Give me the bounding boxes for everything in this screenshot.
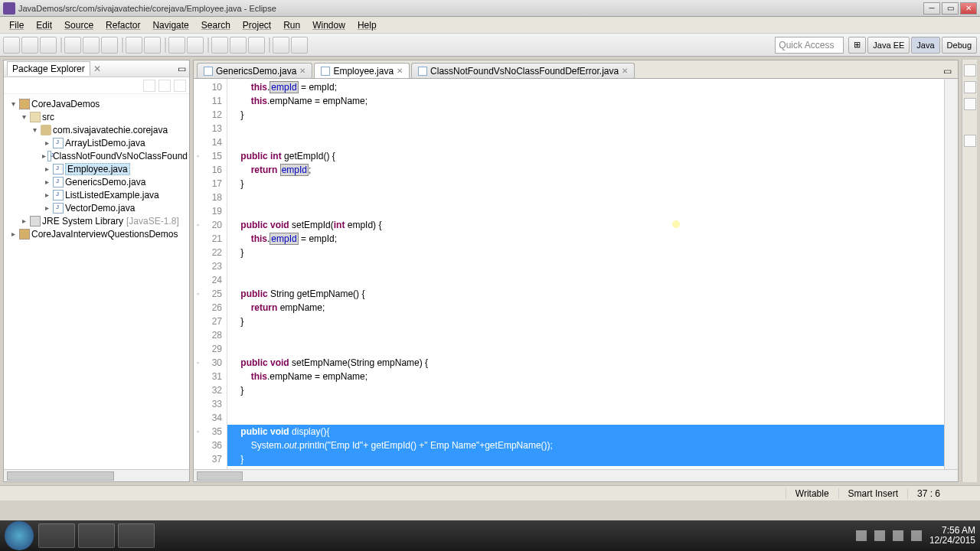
- windows-taskbar[interactable]: 7:56 AM12/24/2015: [0, 520, 980, 551]
- close-view-icon[interactable]: ✕: [93, 64, 101, 74]
- tree-project-2[interactable]: ▸CoreJavaInterviewQuestionsDemos: [5, 227, 188, 240]
- tree-file[interactable]: ▸GenericsDemo.java: [5, 175, 188, 188]
- tree-jre[interactable]: ▸JRE System Library[JavaSE-1.8]: [5, 214, 188, 227]
- menu-window[interactable]: Window: [306, 18, 351, 32]
- new-package-button[interactable]: [126, 37, 142, 54]
- package-tree[interactable]: ▾CoreJavaDemos ▾src ▾com.sivajavatechie.…: [4, 94, 189, 469]
- main-toolbar: Quick Access ⊞ Java EE Java Debug: [0, 34, 980, 57]
- tree-project[interactable]: ▾CoreJavaDemos: [5, 97, 188, 110]
- close-tab-icon[interactable]: ✕: [622, 67, 628, 75]
- forward-button[interactable]: [291, 37, 308, 54]
- prev-annotation-button[interactable]: [248, 37, 265, 54]
- status-writable: Writable: [786, 488, 838, 499]
- quick-access-input[interactable]: Quick Access: [775, 37, 844, 54]
- minimize-button[interactable]: ─: [923, 2, 940, 15]
- tree-src[interactable]: ▾src: [5, 110, 188, 123]
- menu-project[interactable]: Project: [237, 18, 277, 32]
- pkg-hscroll[interactable]: [4, 469, 189, 481]
- open-perspective-button[interactable]: ⊞: [848, 37, 866, 54]
- task-list-icon[interactable]: [964, 81, 976, 93]
- editor-tab[interactable]: GenericsDemo.java✕: [197, 63, 312, 78]
- tray-network-icon[interactable]: [893, 530, 903, 541]
- tree-file[interactable]: ▸Employee.java: [5, 162, 188, 175]
- collapse-all-icon[interactable]: [143, 80, 155, 92]
- tree-file[interactable]: ▸VectorDemo.java: [5, 201, 188, 214]
- maximize-button[interactable]: ▭: [942, 2, 959, 15]
- outline-view-icon[interactable]: [964, 64, 976, 77]
- menu-navigate[interactable]: Navigate: [146, 18, 194, 32]
- perspective-debug[interactable]: Debug: [942, 37, 977, 54]
- run-button[interactable]: [83, 37, 100, 54]
- editor-panel: GenericsDemo.java✕Employee.java✕ClassNot…: [193, 60, 959, 482]
- eclipse-icon: [3, 2, 15, 15]
- start-button[interactable]: [5, 521, 34, 550]
- editor-tab[interactable]: Employee.java✕: [314, 63, 410, 78]
- new-class-button[interactable]: [144, 37, 161, 54]
- tree-file[interactable]: ▸ClassNotFoundVsNoClassFound: [5, 149, 188, 162]
- problems-view-icon[interactable]: [964, 98, 976, 110]
- menu-refactor[interactable]: Refactor: [100, 18, 146, 32]
- save-button[interactable]: [21, 37, 38, 54]
- close-tab-icon[interactable]: ✕: [397, 67, 403, 75]
- menu-source[interactable]: Source: [58, 18, 100, 32]
- save-all-button[interactable]: [40, 37, 57, 54]
- close-button[interactable]: ✕: [960, 2, 977, 15]
- overview-ruler[interactable]: [944, 79, 958, 469]
- menu-edit[interactable]: Edit: [30, 18, 58, 32]
- status-position: 37 : 6: [907, 488, 949, 499]
- tree-package[interactable]: ▾com.sivajavatechie.corejava: [5, 123, 188, 136]
- status-insert: Smart Insert: [838, 488, 907, 499]
- editor-tabs: GenericsDemo.java✕Employee.java✕ClassNot…: [194, 60, 958, 79]
- tray-volume-icon[interactable]: [911, 530, 922, 541]
- toggle-mark-button[interactable]: [211, 37, 228, 54]
- perspective-java[interactable]: Java: [911, 37, 939, 54]
- taskbar-item[interactable]: [78, 523, 115, 548]
- menu-bar: FileEditSourceRefactorNavigateSearchProj…: [0, 17, 980, 34]
- menu-search[interactable]: Search: [195, 18, 237, 32]
- link-editor-icon[interactable]: [158, 80, 171, 92]
- taskbar-item[interactable]: [38, 523, 75, 548]
- close-tab-icon[interactable]: ✕: [299, 67, 305, 75]
- editor-max-icon[interactable]: ▭: [940, 64, 955, 78]
- code-editor[interactable]: 1011121314151617181920212223242526272829…: [194, 79, 958, 469]
- title-bar: JavaDemos/src/com/sivajavatechie/corejav…: [0, 0, 980, 17]
- tree-file[interactable]: ▸ListListedExample.java: [5, 188, 188, 201]
- package-explorer-panel: Package Explorer ✕ ▭ ▾CoreJavaDemos ▾src…: [3, 60, 190, 482]
- status-bar: Writable Smart Insert 37 : 6: [0, 485, 980, 500]
- new-button[interactable]: [3, 37, 20, 54]
- search-button[interactable]: [187, 37, 204, 54]
- package-explorer-tab[interactable]: Package Explorer: [7, 61, 90, 76]
- next-annotation-button[interactable]: [230, 37, 247, 54]
- back-button[interactable]: [273, 37, 289, 54]
- menu-help[interactable]: Help: [351, 18, 383, 32]
- right-trim-bar: [962, 60, 977, 482]
- tray-up-icon[interactable]: [856, 530, 867, 541]
- tray-flag-icon[interactable]: [874, 530, 885, 541]
- view-menu-icon[interactable]: [174, 80, 186, 92]
- editor-tab[interactable]: ClassNotFoundVsNoClassFoundDefError.java…: [411, 63, 635, 78]
- menu-run[interactable]: Run: [277, 18, 306, 32]
- debug-button[interactable]: [64, 37, 81, 54]
- run-last-button[interactable]: [101, 37, 118, 54]
- menu-file[interactable]: File: [3, 18, 30, 32]
- tree-file[interactable]: ▸ArrayListDemo.java: [5, 136, 188, 149]
- editor-hscroll[interactable]: [194, 469, 958, 481]
- system-clock[interactable]: 7:56 AM12/24/2015: [929, 526, 975, 546]
- taskbar-item[interactable]: [118, 523, 155, 548]
- code-area[interactable]: this.empId = empId; this.empName = empNa…: [227, 79, 944, 469]
- window-title: JavaDemos/src/com/sivajavatechie/corejav…: [18, 4, 923, 13]
- line-gutter: 1011121314151617181920212223242526272829…: [194, 79, 227, 469]
- view-min-icon[interactable]: ▭: [178, 64, 186, 74]
- open-type-button[interactable]: [168, 37, 185, 54]
- minimized-view-icon[interactable]: [964, 135, 976, 147]
- perspective-javaee[interactable]: Java EE: [867, 37, 910, 54]
